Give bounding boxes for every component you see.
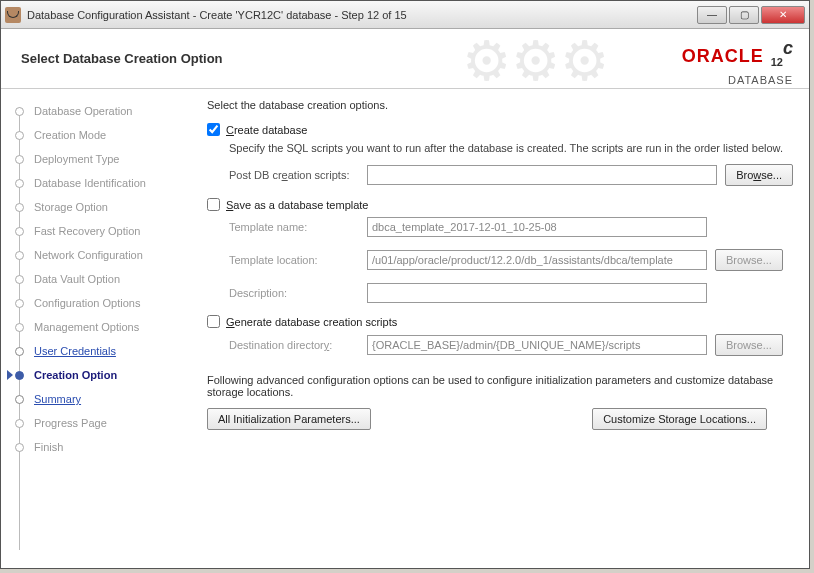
step-storage-option: Storage Option — [15, 195, 191, 219]
step-bullet-icon — [15, 347, 24, 356]
step-database-operation: Database Operation — [15, 99, 191, 123]
step-bullet-icon — [15, 131, 24, 140]
version-number: 12c — [771, 37, 793, 74]
save-template-row: Save as a database template — [207, 198, 793, 211]
oracle-logo: ORACLE 12c DATABASE — [682, 37, 793, 86]
customize-storage-button[interactable]: Customize Storage Locations... — [592, 408, 767, 430]
browse-template-location-button: Browse... — [715, 249, 783, 271]
post-scripts-input[interactable] — [367, 165, 717, 185]
template-desc-input — [367, 283, 707, 303]
step-label: Summary — [34, 393, 81, 405]
step-bullet-icon — [15, 419, 24, 428]
step-deployment-type: Deployment Type — [15, 147, 191, 171]
browse-dest-dir-button: Browse... — [715, 334, 783, 356]
window-frame: Database Configuration Assistant - Creat… — [0, 0, 810, 569]
step-label: Database Operation — [34, 105, 132, 117]
browse-post-scripts-button[interactable]: Browse... — [725, 164, 793, 186]
template-name-label: Template name: — [229, 221, 359, 233]
step-fast-recovery-option: Fast Recovery Option — [15, 219, 191, 243]
step-label: Progress Page — [34, 417, 107, 429]
generate-scripts-row: Generate database creation scripts — [207, 315, 793, 328]
generate-scripts-checkbox[interactable] — [207, 315, 220, 328]
save-template-label: Save as a database template — [226, 199, 369, 211]
step-management-options: Management Options — [15, 315, 191, 339]
step-label: Storage Option — [34, 201, 108, 213]
template-name-input — [367, 217, 707, 237]
step-bullet-icon — [15, 275, 24, 284]
template-location-input — [367, 250, 707, 270]
step-label: Configuration Options — [34, 297, 140, 309]
post-scripts-label: Post DB creation scripts: — [229, 169, 359, 181]
init-params-button[interactable]: All Initialization Parameters... — [207, 408, 371, 430]
gear-decoration: ⚙⚙⚙ — [462, 29, 609, 93]
step-bullet-icon — [15, 395, 24, 404]
advanced-text: Following advanced configuration options… — [207, 374, 793, 398]
window-controls: — ▢ ✕ — [697, 6, 805, 24]
template-desc-label: Description: — [229, 287, 359, 299]
wizard-steps-sidebar: Database OperationCreation ModeDeploymen… — [1, 89, 191, 568]
titlebar[interactable]: Database Configuration Assistant - Creat… — [1, 1, 809, 29]
window-title: Database Configuration Assistant - Creat… — [27, 9, 697, 21]
step-bullet-icon — [15, 155, 24, 164]
step-bullet-icon — [15, 371, 24, 380]
page-title: Select Database Creation Option — [21, 51, 223, 66]
step-finish: Finish — [15, 435, 191, 459]
step-label: Fast Recovery Option — [34, 225, 140, 237]
step-label: Creation Mode — [34, 129, 106, 141]
create-database-row: Create database — [207, 123, 793, 136]
create-desc: Specify the SQL scripts you want to run … — [229, 142, 793, 154]
generate-scripts-label: Generate database creation scripts — [226, 316, 397, 328]
step-creation-mode: Creation Mode — [15, 123, 191, 147]
step-bullet-icon — [15, 323, 24, 332]
create-database-label: Create database — [226, 124, 307, 136]
main-content: Select the database creation options. Cr… — [191, 89, 809, 568]
step-configuration-options: Configuration Options — [15, 291, 191, 315]
step-data-vault-option: Data Vault Option — [15, 267, 191, 291]
step-bullet-icon — [15, 299, 24, 308]
step-progress-page: Progress Page — [15, 411, 191, 435]
step-label: Management Options — [34, 321, 139, 333]
step-bullet-icon — [15, 443, 24, 452]
template-location-label: Template location: — [229, 254, 359, 266]
step-label: Creation Option — [34, 369, 117, 381]
step-network-configuration: Network Configuration — [15, 243, 191, 267]
step-bullet-icon — [15, 107, 24, 116]
step-database-identification: Database Identification — [15, 171, 191, 195]
step-label: Finish — [34, 441, 63, 453]
create-database-checkbox[interactable] — [207, 123, 220, 136]
brand-sub: DATABASE — [682, 74, 793, 86]
step-creation-option: Creation Option — [15, 363, 191, 387]
wizard-header: ⚙⚙⚙ Select Database Creation Option ORAC… — [1, 29, 809, 89]
app-icon — [5, 7, 21, 23]
step-bullet-icon — [15, 251, 24, 260]
close-button[interactable]: ✕ — [761, 6, 805, 24]
brand-word: ORACLE — [682, 46, 764, 66]
intro-text: Select the database creation options. — [207, 99, 793, 111]
dest-dir-input — [367, 335, 707, 355]
step-label: Deployment Type — [34, 153, 119, 165]
save-template-checkbox[interactable] — [207, 198, 220, 211]
maximize-button[interactable]: ▢ — [729, 6, 759, 24]
step-label: Network Configuration — [34, 249, 143, 261]
step-bullet-icon — [15, 227, 24, 236]
dest-dir-label: Destination directory: — [229, 339, 359, 351]
step-user-credentials[interactable]: User Credentials — [15, 339, 191, 363]
step-bullet-icon — [15, 179, 24, 188]
step-summary[interactable]: Summary — [15, 387, 191, 411]
step-label: Data Vault Option — [34, 273, 120, 285]
step-label: User Credentials — [34, 345, 116, 357]
step-bullet-icon — [15, 203, 24, 212]
step-label: Database Identification — [34, 177, 146, 189]
minimize-button[interactable]: — — [697, 6, 727, 24]
